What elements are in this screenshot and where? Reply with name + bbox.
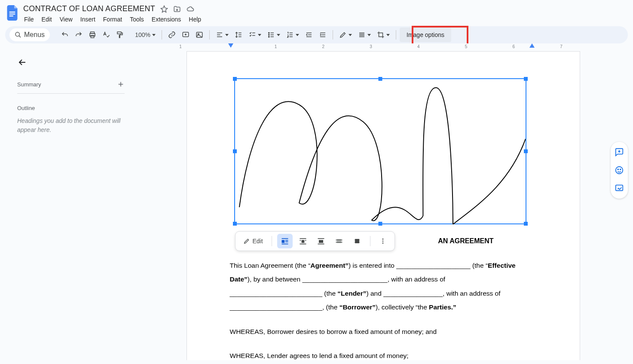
redo-icon	[75, 31, 83, 39]
pencil-icon	[339, 31, 347, 39]
menu-format[interactable]: Format	[103, 16, 122, 23]
border-dropdown[interactable]	[355, 28, 373, 41]
chevron-down-icon	[258, 34, 261, 36]
right-side-rail	[611, 142, 628, 199]
svg-point-11	[269, 32, 269, 33]
add-summary-button[interactable]	[117, 80, 125, 88]
spellcheck-icon	[102, 31, 110, 39]
resize-handle[interactable]	[233, 222, 237, 226]
chevron-down-icon	[296, 34, 299, 36]
chevron-down-icon	[277, 34, 280, 36]
menu-extensions[interactable]: Extensions	[152, 16, 181, 23]
add-comment-icon	[182, 31, 190, 39]
svg-point-3	[15, 32, 19, 36]
cloud-status-icon[interactable]	[186, 5, 195, 13]
resize-handle[interactable]	[378, 77, 382, 81]
menu-help[interactable]: Help	[189, 16, 201, 23]
separator	[209, 30, 210, 40]
align-dropdown[interactable]	[213, 28, 231, 41]
menu-edit[interactable]: Edit	[42, 16, 52, 23]
border-icon	[358, 31, 366, 39]
print-icon	[89, 31, 96, 39]
menu-tools[interactable]: Tools	[130, 16, 144, 23]
svg-point-37	[618, 169, 618, 170]
checklist-dropdown[interactable]	[246, 28, 264, 41]
chevron-down-icon	[386, 34, 390, 36]
redo-button[interactable]	[72, 28, 85, 41]
right-margin-marker[interactable]	[529, 43, 535, 48]
add-comment-button[interactable]	[179, 28, 192, 41]
crop-dropdown[interactable]	[374, 28, 392, 41]
svg-rect-0	[9, 12, 15, 12]
resize-handle[interactable]	[233, 150, 237, 153]
docs-app-icon[interactable]	[5, 3, 21, 22]
svg-rect-7	[117, 32, 121, 34]
document-body[interactable]: AN AGREEMENT This Loan Agreement (the “A…	[230, 234, 537, 360]
doc-heading: AN AGREEMENT	[230, 234, 537, 248]
insert-image-button[interactable]	[193, 28, 206, 41]
image-options-label: Image options	[407, 31, 444, 38]
horizontal-ruler[interactable]: 1 1 2 3 4 5 6 7	[180, 43, 577, 51]
image-options-button[interactable]: Image options	[400, 28, 451, 42]
chevron-down-icon	[225, 34, 229, 36]
star-icon[interactable]	[160, 5, 168, 13]
ruler-tick: 4	[417, 44, 420, 49]
resize-handle[interactable]	[233, 77, 237, 81]
bulleted-list-dropdown[interactable]	[265, 28, 283, 41]
resize-handle[interactable]	[524, 222, 528, 226]
svg-rect-1	[9, 14, 15, 15]
separator	[396, 30, 396, 40]
numbered-list-dropdown[interactable]	[284, 28, 302, 41]
svg-point-13	[269, 36, 269, 37]
decrease-indent-button[interactable]	[303, 28, 315, 41]
zoom-value: 100%	[135, 31, 150, 38]
marker-dropdown[interactable]	[336, 28, 355, 41]
resize-handle[interactable]	[378, 222, 382, 226]
paragraph: WHEREAS, Lender agrees to lend a fixed a…	[230, 349, 537, 360]
summary-label: Summary	[17, 81, 41, 88]
indent-decrease-icon	[305, 31, 313, 39]
print-button[interactable]	[86, 28, 99, 41]
chevron-down-icon	[367, 34, 371, 36]
comment-plus-icon	[615, 147, 624, 157]
indent-increase-icon	[319, 31, 327, 39]
undo-button[interactable]	[58, 28, 71, 41]
menu-file[interactable]: File	[24, 16, 34, 23]
bullets-icon	[267, 31, 275, 39]
tab-stop-marker[interactable]	[228, 43, 233, 48]
insert-link-button[interactable]	[165, 28, 178, 41]
outline-hint: Headings you add to the document will ap…	[17, 116, 129, 135]
resize-handle[interactable]	[524, 150, 528, 153]
vertical-ruler[interactable]	[0, 51, 9, 360]
paint-format-button[interactable]	[113, 28, 126, 41]
add-comment-rail-button[interactable]	[613, 146, 625, 158]
line-spacing-button[interactable]	[232, 28, 245, 41]
ruler-tick: 1	[179, 44, 182, 49]
zoom-dropdown[interactable]: 100%	[132, 28, 158, 41]
emoji-reaction-button[interactable]	[613, 164, 625, 176]
plus-icon	[117, 80, 125, 88]
suggest-edits-button[interactable]	[613, 182, 625, 194]
paint-icon	[116, 31, 124, 39]
spellcheck-button[interactable]	[100, 28, 113, 41]
menu-insert[interactable]: Insert	[80, 16, 95, 23]
svg-rect-2	[9, 15, 13, 16]
search-icon	[15, 31, 21, 38]
paragraph: This Loan Agreement (the “Agreement”) is…	[230, 259, 537, 315]
increase-indent-button[interactable]	[316, 28, 329, 41]
ruler-tick: 5	[465, 44, 468, 49]
separator	[162, 30, 162, 40]
move-icon[interactable]	[173, 5, 181, 13]
document-title[interactable]: CONTRACT OF LOAN AGREEMENT	[23, 4, 155, 13]
selected-image[interactable]	[234, 78, 526, 224]
suggest-icon	[615, 184, 624, 193]
resize-handle[interactable]	[524, 77, 528, 81]
menus-search-label: Menus	[24, 31, 45, 39]
sidebar-back-button[interactable]	[17, 57, 125, 67]
menu-view[interactable]: View	[60, 16, 73, 23]
document-page[interactable]: Edit AN AGREEMENT This Loan Agreement (t…	[187, 51, 580, 360]
line-spacing-icon	[235, 31, 242, 39]
undo-icon	[61, 31, 69, 39]
numbered-icon	[286, 31, 294, 39]
menus-search-button[interactable]: Menus	[9, 28, 50, 41]
